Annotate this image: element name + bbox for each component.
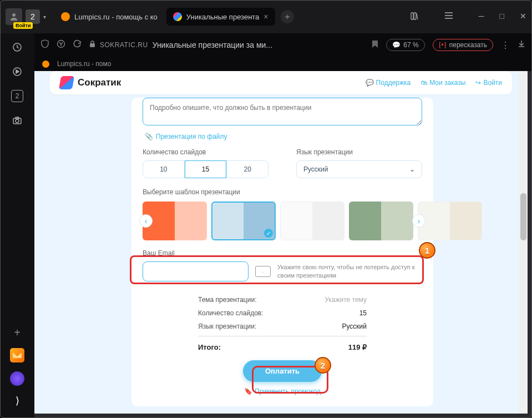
paperclip-icon: 📎 bbox=[145, 133, 153, 140]
site-logo[interactable]: Сократик bbox=[60, 76, 121, 89]
login-link[interactable]: ↪Войти bbox=[475, 79, 502, 87]
chat-icon: 💬 bbox=[366, 79, 374, 87]
browser-tab-sokratic[interactable]: Уникальные презента × bbox=[166, 8, 275, 26]
url-domain: sokratic.ru bbox=[100, 41, 148, 49]
description-textarea[interactable] bbox=[143, 98, 422, 125]
summary-slides-value: 15 bbox=[359, 309, 367, 317]
carousel-prev-button[interactable]: ‹ bbox=[139, 214, 153, 228]
sidebar-tab-count[interactable]: 2 bbox=[11, 90, 23, 102]
template-option-5[interactable] bbox=[418, 202, 482, 240]
tab-dropdown-icon[interactable]: ▾ bbox=[43, 14, 46, 20]
annotation-badge-2: 2 bbox=[315, 357, 331, 374]
bookmarks-icon[interactable] bbox=[410, 12, 419, 22]
yandex-icon[interactable]: ⟩ bbox=[16, 395, 19, 407]
scrollbar-thumb[interactable] bbox=[520, 193, 526, 240]
tab-label: Уникальные презента bbox=[186, 13, 260, 21]
shield-icon[interactable] bbox=[41, 39, 49, 51]
svg-rect-13 bbox=[90, 43, 95, 47]
slides-toggle: 10 15 20 bbox=[143, 160, 268, 178]
template-option-4[interactable] bbox=[349, 202, 413, 240]
tag-icon: 🔖 bbox=[244, 387, 252, 395]
kebab-icon[interactable]: ⋮ bbox=[501, 40, 510, 51]
pay-button[interactable]: Оплатить bbox=[243, 360, 322, 382]
slides-label: Количество слайдов bbox=[143, 148, 268, 156]
play-icon[interactable] bbox=[11, 66, 23, 78]
favicon-icon bbox=[61, 12, 70, 21]
alice-icon[interactable] bbox=[10, 371, 24, 386]
favicon-icon bbox=[42, 61, 49, 68]
lang-label: Язык презентации bbox=[296, 148, 422, 156]
logo-icon bbox=[59, 76, 74, 89]
order-summary: Тема презентации: Укажите тему Количеств… bbox=[143, 296, 422, 395]
site-header: Сократик 💬Поддержка 🛍Мои заказы ↪Войти bbox=[50, 71, 512, 94]
maximize-button[interactable]: □ bbox=[500, 12, 504, 22]
url-title: Уникальные презентации за ми... bbox=[153, 41, 272, 49]
home-y-icon[interactable] bbox=[57, 39, 65, 51]
login-icon: ↪ bbox=[475, 79, 481, 87]
plus-icon[interactable]: + bbox=[14, 326, 21, 339]
support-link[interactable]: 💬Поддержка bbox=[366, 79, 411, 87]
email-input[interactable] bbox=[143, 261, 249, 281]
tab-label: Lumpics.ru - помощь с ко bbox=[74, 13, 158, 21]
summary-lang-label: Язык презентации: bbox=[198, 323, 256, 330]
browser-tab-lumpics[interactable]: Lumpics.ru - помощь с ко bbox=[54, 8, 164, 26]
slides-opt-15[interactable]: 15 bbox=[185, 160, 227, 178]
summary-theme-label: Тема презентации: bbox=[198, 296, 257, 304]
template-option-2-selected[interactable] bbox=[211, 202, 276, 240]
bookmarks-bar: Lumpics.ru - помо bbox=[34, 57, 532, 71]
mail-app-icon[interactable] bbox=[10, 348, 24, 362]
reload-icon[interactable] bbox=[73, 40, 82, 51]
page-viewport: Сократик 💬Поддержка 🛍Мои заказы ↪Войти 📎… bbox=[34, 71, 528, 414]
lock-icon bbox=[89, 41, 95, 49]
svg-point-0 bbox=[12, 13, 16, 17]
template-option-3[interactable] bbox=[280, 202, 344, 240]
favicon-icon bbox=[173, 12, 182, 21]
email-label: Ваш Email bbox=[143, 249, 422, 257]
close-button[interactable]: ✕ bbox=[520, 12, 526, 22]
summary-slides-label: Количество слайдов: bbox=[198, 309, 264, 317]
svg-rect-2 bbox=[414, 13, 416, 19]
svg-point-10 bbox=[16, 119, 19, 123]
close-icon[interactable]: × bbox=[264, 12, 268, 21]
envelope-icon bbox=[255, 266, 271, 277]
slides-opt-10[interactable]: 10 bbox=[143, 160, 185, 178]
download-icon[interactable] bbox=[518, 40, 525, 50]
menu-icon[interactable] bbox=[444, 12, 453, 22]
summary-lang-value: Русский bbox=[342, 323, 367, 330]
svg-line-3 bbox=[417, 13, 418, 19]
bag-icon: 🛍 bbox=[420, 79, 427, 87]
camera-icon[interactable] bbox=[11, 114, 23, 127]
carousel-next-button[interactable]: › bbox=[412, 214, 425, 228]
page-scrollbar[interactable] bbox=[519, 71, 528, 414]
minimize-button[interactable]: ─ bbox=[479, 12, 484, 22]
template-carousel: ‹ › bbox=[143, 202, 422, 240]
bookmark-lumpics[interactable]: Lumpics.ru - помо bbox=[42, 60, 111, 68]
bookmark-icon[interactable] bbox=[372, 40, 378, 51]
summary-total-value: 119 ₽ bbox=[348, 343, 367, 351]
annotation-badge-1: 1 bbox=[419, 242, 435, 259]
summary-theme-value: Укажите тему bbox=[325, 296, 367, 304]
history-icon[interactable] bbox=[11, 41, 23, 53]
chevron-down-icon: ⌄ bbox=[409, 165, 415, 173]
slides-opt-20[interactable]: 20 bbox=[226, 160, 268, 178]
browser-titlebar: Войти 2 ▾ Lumpics.ru - помощь с ко Уника… bbox=[0, 0, 532, 33]
email-hint: Укажите свою почту, чтобы не потерять до… bbox=[277, 263, 422, 280]
url-field[interactable]: sokratic.ru Уникальные презентации за ми… bbox=[89, 41, 364, 49]
summarize-button[interactable]: ⁅•⁆пересказать bbox=[433, 39, 493, 51]
promo-link[interactable]: 🔖 Применить промокод bbox=[198, 387, 367, 395]
orders-link[interactable]: 🛍Мои заказы bbox=[420, 79, 465, 87]
zoom-indicator[interactable]: 💬67 % bbox=[386, 39, 424, 51]
new-tab-button[interactable]: ＋ bbox=[281, 10, 294, 23]
address-bar: sokratic.ru Уникальные презентации за ми… bbox=[34, 33, 532, 57]
svg-rect-1 bbox=[411, 13, 413, 19]
language-select[interactable]: Русский ⌄ bbox=[296, 160, 422, 178]
login-badge[interactable]: Войти bbox=[13, 22, 33, 29]
template-label: Выберите шаблон презентации bbox=[143, 188, 422, 196]
summary-total-label: Итого: bbox=[198, 343, 221, 351]
browser-sidebar: 2 + ⟩ bbox=[0, 33, 34, 418]
file-upload-link[interactable]: 📎 Презентация по файлу bbox=[143, 128, 422, 142]
form-panel: 📎 Презентация по файлу Количество слайдо… bbox=[131, 98, 433, 406]
